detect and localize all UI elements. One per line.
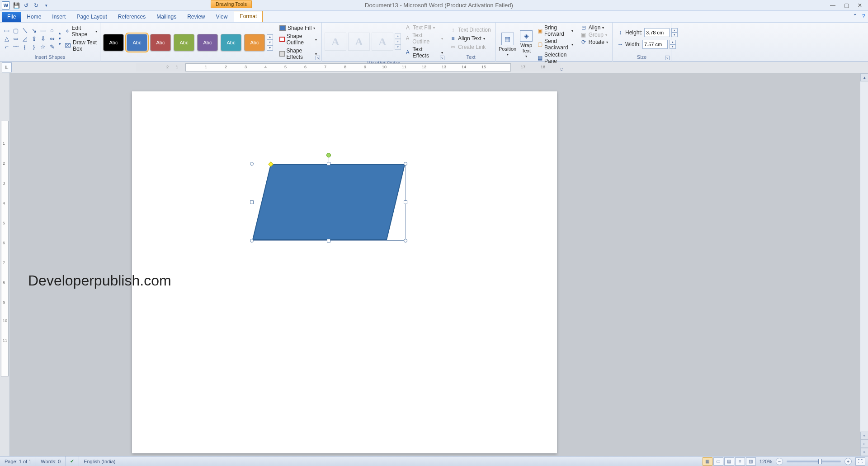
save-icon[interactable]: 💾 bbox=[13, 2, 20, 9]
resize-handle-e[interactable] bbox=[404, 200, 407, 204]
shape-rect-icon[interactable]: ▢ bbox=[12, 27, 20, 34]
position-button[interactable]: ▦ Position▾ bbox=[499, 30, 516, 58]
zoom-percent[interactable]: 120% bbox=[760, 459, 772, 464]
width-input[interactable] bbox=[642, 40, 668, 49]
shape-oval-icon[interactable]: ○ bbox=[48, 27, 56, 34]
edit-shape-button[interactable]: ✧Edit Shape bbox=[65, 25, 97, 38]
view-full-screen[interactable]: ▭ bbox=[713, 457, 723, 466]
tab-references[interactable]: References bbox=[113, 12, 151, 22]
resize-handle-w[interactable] bbox=[250, 200, 254, 204]
height-input[interactable] bbox=[644, 28, 670, 37]
status-page[interactable]: Page: 1 of 1 bbox=[0, 456, 36, 466]
zoom-slider[interactable] bbox=[787, 461, 841, 462]
style-down-icon[interactable]: ▾ bbox=[267, 40, 273, 45]
shape-style-gallery[interactable]: Abc Abc Abc Abc Abc Abc Abc bbox=[103, 34, 265, 51]
wrap-text-button[interactable]: ◈ Wrap Text▾ bbox=[518, 30, 534, 58]
shapes-gallery[interactable]: ▭ ▢ ＼ ↘ ▭ ○ △ ⇨ ◿ ⇧ ⇩ ⇔ ⌐ 〰 { } ☆ ✎ bbox=[3, 27, 56, 50]
text-effects-button[interactable]: AText Effects bbox=[405, 46, 443, 59]
next-page-icon[interactable]: » bbox=[860, 448, 868, 456]
style-swatch-black[interactable]: Abc bbox=[103, 34, 124, 51]
fullscreen-toggle[interactable]: ⛶ bbox=[855, 457, 865, 466]
minimize-ribbon-icon[interactable]: ⌃ bbox=[853, 13, 858, 19]
tab-home[interactable]: Home bbox=[21, 12, 47, 22]
minimize-button[interactable]: — bbox=[826, 1, 839, 10]
shape-rounded-icon[interactable]: ▭ bbox=[39, 27, 47, 34]
size-launcher[interactable]: ↘ bbox=[665, 56, 670, 60]
shape-double-arrow-icon[interactable]: ⇔ bbox=[48, 35, 56, 42]
height-down-icon[interactable]: ▾ bbox=[671, 33, 678, 37]
qat-more-icon[interactable]: ▾ bbox=[42, 2, 50, 9]
zoom-in-button[interactable]: + bbox=[844, 458, 852, 465]
shape-right-arrow-icon[interactable]: ⇨ bbox=[12, 35, 20, 42]
style-up-icon[interactable]: ▴ bbox=[267, 34, 273, 40]
redo-icon[interactable]: ↻ bbox=[33, 2, 40, 9]
resize-handle-ne[interactable] bbox=[404, 162, 407, 166]
resize-handle-n[interactable] bbox=[327, 162, 330, 166]
style-more-icon[interactable]: ▾ bbox=[267, 45, 273, 51]
shape-elbow-icon[interactable]: ⌐ bbox=[3, 43, 11, 50]
style-swatch-purple[interactable]: Abc bbox=[197, 34, 218, 51]
tab-mailings[interactable]: Mailings bbox=[151, 12, 182, 22]
style-swatch-orange[interactable]: Abc bbox=[244, 34, 265, 51]
close-button[interactable]: × bbox=[854, 1, 866, 10]
view-web-layout[interactable]: ▤ bbox=[724, 457, 734, 466]
restore-button[interactable]: ▢ bbox=[840, 1, 853, 10]
selected-shape-container[interactable] bbox=[252, 164, 406, 241]
style-swatch-red[interactable]: Abc bbox=[150, 34, 171, 51]
align-button[interactable]: ⊟Align bbox=[579, 24, 609, 31]
zoom-thumb[interactable] bbox=[818, 459, 822, 464]
view-print-layout[interactable]: ▦ bbox=[703, 457, 712, 466]
scroll-up-icon[interactable]: ▴ bbox=[860, 73, 868, 81]
resize-handle-sw[interactable] bbox=[250, 239, 254, 243]
shape-textbox-icon[interactable]: ▭ bbox=[3, 27, 11, 34]
view-draft[interactable]: ▥ bbox=[746, 457, 756, 466]
word-app-icon[interactable]: W bbox=[2, 1, 10, 10]
tab-format[interactable]: Format bbox=[234, 11, 263, 22]
rotation-handle[interactable] bbox=[326, 153, 331, 157]
status-proofing[interactable]: ✔ bbox=[66, 456, 79, 466]
width-up-icon[interactable]: ▴ bbox=[670, 40, 676, 44]
resize-handle-se[interactable] bbox=[404, 239, 407, 243]
shape-down-arrow-icon[interactable]: ⇩ bbox=[39, 35, 47, 42]
zoom-out-button[interactable]: − bbox=[776, 458, 783, 465]
gallery-up-icon[interactable]: ▴ bbox=[58, 31, 62, 35]
shape-corner-icon[interactable]: ◿ bbox=[21, 35, 29, 42]
shape-freeform-icon[interactable]: ✎ bbox=[48, 43, 56, 50]
horizontal-ruler[interactable]: 21 12 34 56 78 910 1112 1314 1517 18 bbox=[136, 63, 561, 71]
send-backward-button[interactable]: ▢Send Backward bbox=[536, 38, 575, 51]
bring-forward-button[interactable]: ▣Bring Forward bbox=[536, 24, 575, 37]
shape-star-icon[interactable]: ☆ bbox=[39, 43, 47, 50]
shape-up-arrow-icon[interactable]: ⇧ bbox=[30, 35, 38, 42]
rotate-button[interactable]: ⟳Rotate bbox=[579, 39, 609, 45]
shape-arrow-icon[interactable]: ↘ bbox=[30, 27, 38, 34]
vertical-ruler[interactable]: 12 34 56 78 910 11 bbox=[0, 73, 10, 456]
vertical-scrollbar[interactable]: ▴ ▾ « ○ » bbox=[860, 73, 868, 456]
align-text-button[interactable]: ≡Align Text bbox=[449, 35, 492, 42]
tab-review[interactable]: Review bbox=[182, 12, 210, 22]
shape-line-icon[interactable]: ＼ bbox=[21, 27, 29, 34]
prev-page-icon[interactable]: « bbox=[860, 432, 868, 440]
height-up-icon[interactable]: ▴ bbox=[671, 28, 678, 33]
tab-page-layout[interactable]: Page Layout bbox=[71, 12, 112, 22]
shape-triangle-icon[interactable]: △ bbox=[3, 35, 11, 42]
page-1[interactable] bbox=[132, 91, 557, 453]
shape-outline-button[interactable]: Shape Outline bbox=[278, 33, 319, 46]
canvas[interactable]: Developerpublish.com ▴ ▾ « ○ » bbox=[10, 73, 868, 456]
undo-icon[interactable]: ↺ bbox=[23, 2, 30, 9]
shape-curve-icon[interactable]: 〰 bbox=[12, 43, 20, 50]
gallery-more-icon[interactable]: ▾ bbox=[58, 42, 62, 46]
selection-pane-button[interactable]: ▤Selection Pane bbox=[536, 52, 575, 64]
shape-fill-button[interactable]: Shape Fill bbox=[278, 24, 319, 32]
tab-view[interactable]: View bbox=[211, 12, 233, 22]
resize-handle-s[interactable] bbox=[327, 239, 330, 243]
width-down-icon[interactable]: ▾ bbox=[670, 44, 676, 49]
style-swatch-green[interactable]: Abc bbox=[174, 34, 194, 51]
shape-lbrace-icon[interactable]: { bbox=[21, 43, 29, 50]
draw-text-box-button[interactable]: ⌧Draw Text Box bbox=[65, 39, 97, 52]
browse-object-icon[interactable]: ○ bbox=[860, 440, 868, 448]
shape-styles-launcher[interactable]: ↘ bbox=[316, 56, 320, 60]
tab-file[interactable]: File bbox=[2, 12, 21, 22]
wordart-styles-launcher[interactable]: ↘ bbox=[440, 56, 444, 60]
style-swatch-teal[interactable]: Abc bbox=[221, 34, 241, 51]
status-language[interactable]: English (India) bbox=[79, 456, 120, 466]
